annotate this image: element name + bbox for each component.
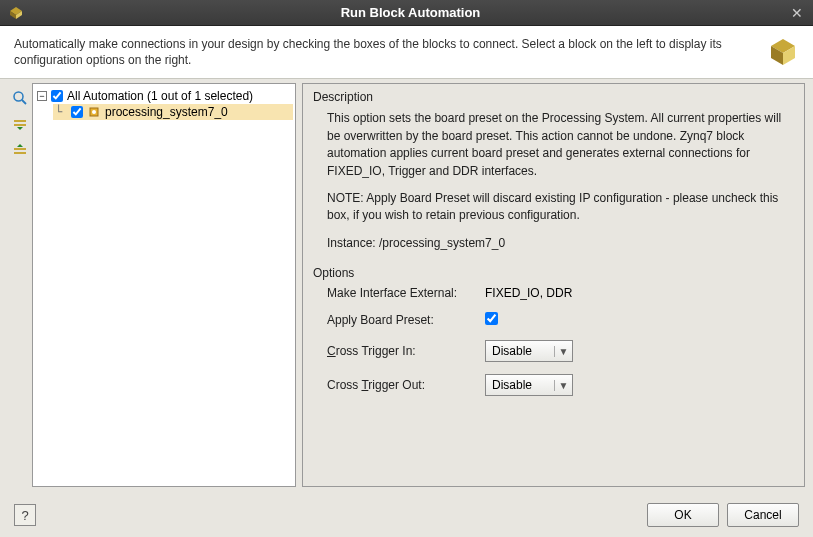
tree-child-label: processing_system7_0 <box>105 105 228 119</box>
svg-rect-9 <box>14 124 26 126</box>
tree-toggle-icon[interactable]: − <box>37 91 47 101</box>
side-toolbar <box>8 83 32 491</box>
chevron-down-icon: ▼ <box>554 346 572 357</box>
svg-point-15 <box>92 110 96 114</box>
expand-all-icon[interactable] <box>11 115 29 133</box>
dialog-header: Automatically make connections in your d… <box>0 26 813 79</box>
svg-marker-10 <box>17 127 23 130</box>
make-interface-external-value: FIXED_IO, DDR <box>485 286 794 300</box>
cross-trigger-in-dropdown[interactable]: Disable ▼ <box>485 340 573 362</box>
tree-connector-icon: └ <box>55 105 69 119</box>
svg-rect-12 <box>14 152 26 154</box>
description-instance: Instance: /processing_system7_0 <box>327 235 794 252</box>
tree-root-checkbox[interactable] <box>51 90 63 102</box>
make-interface-external-label: Make Interface External: <box>327 286 477 300</box>
cross-trigger-out-label: Cross Trigger Out: <box>327 378 477 392</box>
description-body: This option sets the board preset on the… <box>327 110 794 252</box>
dialog-header-text: Automatically make connections in your d… <box>14 36 755 68</box>
svg-point-6 <box>14 92 23 101</box>
detail-panel: Description This option sets the board p… <box>302 83 805 487</box>
options-grid: Make Interface External: FIXED_IO, DDR A… <box>327 286 794 396</box>
options-title: Options <box>313 266 794 280</box>
automation-tree[interactable]: − All Automation (1 out of 1 selected) └… <box>32 83 296 487</box>
cross-trigger-in-label: Cross Trigger In: <box>327 344 477 358</box>
apply-board-preset-checkbox[interactable] <box>485 312 498 325</box>
cross-trigger-in-value: Disable <box>486 344 554 358</box>
close-icon[interactable]: ✕ <box>789 5 805 21</box>
tree-child-row[interactable]: └ processing_system7_0 <box>53 104 293 120</box>
cross-trigger-out-value: Disable <box>486 378 554 392</box>
svg-rect-8 <box>14 120 26 122</box>
search-icon[interactable] <box>11 89 29 107</box>
button-bar: ? OK Cancel <box>14 503 799 527</box>
tree-root-label: All Automation (1 out of 1 selected) <box>67 89 253 103</box>
svg-line-7 <box>22 100 26 104</box>
main-area: − All Automation (1 out of 1 selected) └… <box>0 79 813 491</box>
apply-board-preset-label: Apply Board Preset: <box>327 313 477 327</box>
svg-rect-11 <box>14 148 26 150</box>
collapse-all-icon[interactable] <box>11 141 29 159</box>
tree-root-row[interactable]: − All Automation (1 out of 1 selected) <box>35 88 293 104</box>
ip-block-icon <box>87 105 101 119</box>
description-para1: This option sets the board preset on the… <box>327 110 794 180</box>
app-icon <box>8 5 24 21</box>
cancel-button[interactable]: Cancel <box>727 503 799 527</box>
ok-button[interactable]: OK <box>647 503 719 527</box>
product-logo-icon <box>767 36 799 68</box>
help-button[interactable]: ? <box>14 504 36 526</box>
cross-trigger-out-dropdown[interactable]: Disable ▼ <box>485 374 573 396</box>
titlebar-title: Run Block Automation <box>32 5 789 20</box>
svg-marker-13 <box>17 144 23 147</box>
description-para2: NOTE: Apply Board Preset will discard ex… <box>327 190 794 225</box>
description-title: Description <box>313 90 794 104</box>
chevron-down-icon: ▼ <box>554 380 572 391</box>
tree-child-checkbox[interactable] <box>71 106 83 118</box>
titlebar: Run Block Automation ✕ <box>0 0 813 26</box>
